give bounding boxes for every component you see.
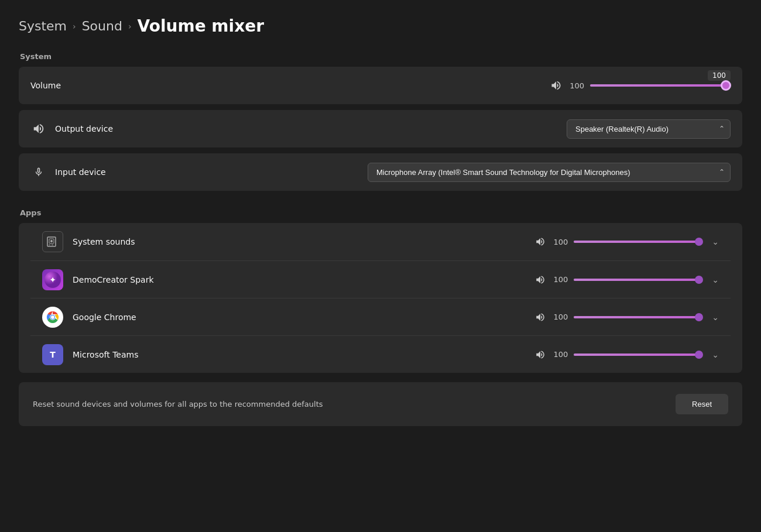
input-device-row: Input device Microphone Array (Intel® Sm… (30, 153, 731, 191)
speaker-output-icon (30, 122, 47, 135)
list-item: T Microsoft Teams 100 ⌄ (30, 335, 731, 373)
list-item: System sounds 100 ⌄ (30, 223, 731, 260)
chrome-expand-icon[interactable]: ⌄ (712, 313, 719, 322)
chrome-volume-controls: 100 ⌄ (535, 311, 719, 323)
democreator-slider-thumb (695, 276, 703, 284)
svg-rect-4 (52, 245, 53, 245)
input-device-label: Input device (55, 167, 368, 177)
system-sounds-slider-thumb (695, 238, 703, 246)
list-item: ✦ DemoCreator Spark 100 ⌄ (30, 260, 731, 298)
volume-row: 100 Volume 100 (30, 67, 731, 104)
svg-point-2 (50, 240, 53, 242)
chrome-volume-value: 100 (551, 313, 568, 321)
page-title: Volume mixer (138, 16, 264, 36)
chrome-slider[interactable] (574, 311, 702, 323)
system-sounds-icon (42, 231, 63, 252)
apps-card: System sounds 100 ⌄ (19, 223, 742, 373)
volume-label: Volume (30, 81, 550, 90)
apps-section: Apps System sounds 100 (19, 208, 742, 373)
breadcrumb: System › Sound › Volume mixer (19, 16, 742, 36)
mic-icon (30, 166, 47, 179)
breadcrumb-system[interactable]: System (19, 19, 67, 33)
chrome-icon (42, 307, 63, 328)
teams-slider-thumb (695, 351, 703, 359)
speaker-icon (550, 80, 562, 91)
system-sounds-volume-controls: 100 ⌄ (535, 236, 719, 248)
output-device-card: Output device Speaker (Realtek(R) Audio)… (19, 110, 742, 147)
input-device-card: Input device Microphone Array (Intel® Sm… (19, 153, 742, 191)
democreator-icon: ✦ (42, 269, 63, 290)
output-device-select-wrapper[interactable]: Speaker (Realtek(R) Audio) Headphones HD… (567, 119, 731, 139)
teams-volume-controls: 100 ⌄ (535, 349, 719, 361)
chevron-icon-2: › (128, 22, 132, 31)
list-item: Google Chrome 100 ⌄ (30, 298, 731, 335)
chevron-icon-1: › (73, 22, 76, 31)
chrome-name: Google Chrome (73, 313, 535, 322)
democreator-volume-controls: 100 ⌄ (535, 274, 719, 286)
svg-text:T: T (50, 350, 56, 359)
output-device-select[interactable]: Speaker (Realtek(R) Audio) Headphones HD… (567, 119, 731, 139)
input-device-select-wrapper[interactable]: Microphone Array (Intel® Smart Sound Tec… (368, 163, 731, 182)
volume-controls: 100 (550, 80, 731, 91)
slider-fill (590, 84, 731, 87)
apps-section-label: Apps (20, 208, 742, 217)
output-device-row: Output device Speaker (Realtek(R) Audio)… (30, 110, 731, 147)
system-sounds-speaker-icon (535, 236, 546, 247)
svg-point-10 (51, 315, 54, 319)
reset-description: Reset sound devices and volumes for all … (33, 400, 323, 409)
teams-icon: T (42, 344, 63, 365)
teams-expand-icon[interactable]: ⌄ (712, 350, 719, 359)
teams-name: Microsoft Teams (73, 350, 535, 359)
volume-number: 100 (568, 81, 584, 90)
chrome-speaker-icon (535, 312, 546, 322)
svg-text:✦: ✦ (49, 274, 56, 284)
system-section-label: System (20, 52, 742, 61)
input-device-select[interactable]: Microphone Array (Intel® Smart Sound Tec… (368, 163, 731, 182)
output-device-label: Output device (55, 124, 567, 133)
breadcrumb-sound[interactable]: Sound (82, 19, 122, 33)
reset-button[interactable]: Reset (676, 394, 728, 414)
system-card: 100 Volume 100 (19, 67, 742, 104)
democreator-speaker-icon (535, 274, 546, 285)
slider-track (590, 84, 731, 87)
democreator-slider[interactable] (574, 274, 702, 286)
democreator-volume-value: 100 (551, 275, 568, 284)
chrome-slider-thumb (695, 313, 703, 321)
democreator-expand-icon[interactable]: ⌄ (712, 275, 719, 284)
system-sounds-name: System sounds (73, 237, 535, 246)
system-section: System 100 Volume 100 (19, 52, 742, 191)
system-sounds-volume-value: 100 (551, 238, 568, 246)
reset-bar: Reset sound devices and volumes for all … (19, 382, 742, 426)
svg-rect-3 (49, 245, 50, 245)
system-sounds-slider[interactable] (574, 236, 702, 248)
democreator-name: DemoCreator Spark (73, 275, 535, 284)
system-sounds-expand-icon[interactable]: ⌄ (712, 237, 719, 246)
slider-thumb (721, 80, 731, 91)
teams-volume-value: 100 (551, 350, 568, 359)
volume-slider[interactable] (590, 80, 731, 91)
teams-speaker-icon (535, 349, 546, 360)
teams-slider[interactable] (574, 349, 702, 361)
